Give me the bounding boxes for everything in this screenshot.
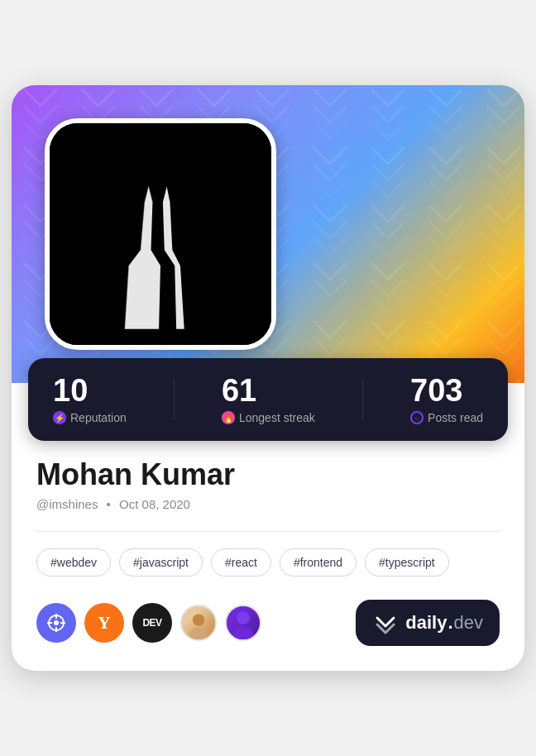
badge-row: Y DEV <box>36 603 261 643</box>
user-avatar-2[interactable] <box>225 605 261 641</box>
profile-meta: @imshines • Oct 08, 2020 <box>36 497 500 511</box>
profile-name: Mohan Kumar <box>36 457 500 492</box>
reputation-text: Reputation <box>70 411 127 424</box>
stat-streak: 61 🔥 Longest streak <box>222 375 315 424</box>
hero-section <box>12 85 524 383</box>
reputation-label: ⚡ Reputation <box>53 411 127 424</box>
stat-posts: 703 ○ Posts read <box>410 375 483 424</box>
reputation-value: 10 <box>53 375 88 406</box>
svg-rect-1 <box>50 123 271 345</box>
daily-brand-dot: . <box>447 612 452 634</box>
footer-row: Y DEV <box>36 600 500 646</box>
stat-reputation: 10 ⚡ Reputation <box>53 375 127 424</box>
svg-point-7 <box>54 620 59 625</box>
posts-icon: ○ <box>410 411 424 424</box>
svg-point-11 <box>233 626 253 639</box>
tag-react[interactable]: #react <box>211 548 271 577</box>
reputation-icon: ⚡ <box>53 411 66 424</box>
profile-username: @imshines <box>36 497 98 511</box>
daily-text: daily . dev <box>405 612 483 634</box>
daily-logo-icon <box>372 610 399 636</box>
posts-value: 703 <box>410 375 462 406</box>
stats-bar: 10 ⚡ Reputation 61 🔥 Longest streak 703 … <box>28 358 508 441</box>
tags-container: #webdev #javascript #react #frontend #ty… <box>36 548 500 577</box>
tag-frontend[interactable]: #frontend <box>280 548 357 577</box>
badge-dev[interactable]: DEV <box>132 603 172 643</box>
badge-y[interactable]: Y <box>84 603 124 643</box>
svg-point-10 <box>237 611 250 624</box>
content-divider <box>36 531 500 532</box>
badge-crosshair[interactable] <box>36 603 76 643</box>
streak-icon: 🔥 <box>222 411 235 424</box>
svg-point-9 <box>189 628 208 639</box>
stat-divider-1 <box>174 379 175 420</box>
daily-dev-logo: daily . dev <box>356 600 500 646</box>
tag-webdev[interactable]: #webdev <box>36 548 111 577</box>
posts-label: ○ Posts read <box>410 411 483 424</box>
tag-javascript[interactable]: #javascript <box>119 548 203 577</box>
svg-point-8 <box>193 614 204 625</box>
posts-text: Posts read <box>428 411 483 424</box>
avatar-image <box>50 123 271 345</box>
profile-content: Mohan Kumar @imshines • Oct 08, 2020 #we… <box>12 457 524 671</box>
meta-dot: • <box>107 497 111 511</box>
streak-label: 🔥 Longest streak <box>222 411 315 424</box>
tag-typescript[interactable]: #typescript <box>365 548 449 577</box>
avatar-wrapper <box>45 118 276 350</box>
stat-divider-2 <box>362 379 363 420</box>
profile-card: 10 ⚡ Reputation 61 🔥 Longest streak 703 … <box>12 85 524 671</box>
daily-brand-main: daily <box>405 612 447 634</box>
streak-text: Longest streak <box>239 411 315 424</box>
streak-value: 61 <box>222 375 256 406</box>
daily-brand-dev: dev <box>454 612 483 634</box>
user-avatar-1[interactable] <box>180 605 217 641</box>
profile-date: Oct 08, 2020 <box>119 497 190 511</box>
